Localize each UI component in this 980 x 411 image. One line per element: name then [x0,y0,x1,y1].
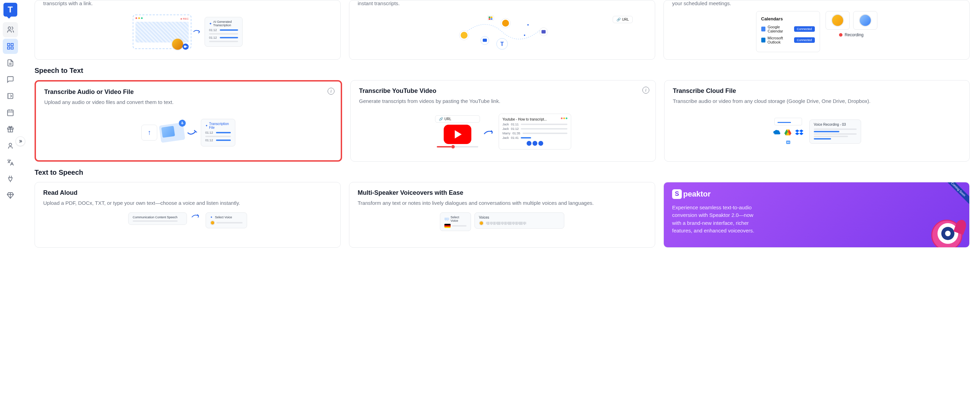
card-desc: transcripts with a link. [43,0,332,6]
svg-rect-4 [11,47,13,49]
card-desc: Generate transcripts from videos by past… [359,97,647,105]
card-desc: Upload any audio or video files and conv… [44,98,332,106]
card-transcribe-file[interactable]: i Transcribe Audio or Video File Upload … [35,80,342,162]
chat-icon [6,76,14,83]
illustration: ⁞|⁞|⁞Select Voice Voices ⁞||⁞|⁞||⁞|||⁞|⁞… [358,213,646,228]
people-icon [6,26,14,33]
calendars-title: Calendars [761,16,815,21]
svg-rect-29 [541,30,546,33]
nav-dashboard[interactable] [3,39,18,54]
card-share-transcripts[interactable]: transcripts with a link. ● REC ✦AI Gener… [35,0,341,60]
flag-de-icon [444,224,450,228]
svg-rect-25 [491,17,492,18]
nav-notes[interactable] [3,89,18,104]
card-desc: Experience seamless text-to-audio conver… [672,204,762,235]
illustration: Communication Content Speech ✦Select Voi… [43,213,332,228]
svg-rect-32 [786,141,790,144]
card-transcribe-cloud[interactable]: Transcribe Cloud File Transcribe audio o… [664,80,970,162]
grid-icon [6,43,14,50]
section-text-to-speech: Text to Speech [35,168,970,176]
svg-point-14 [9,143,11,146]
logo-letter: T [8,5,13,14]
upload-icon: ↑ [142,125,157,141]
svg-point-33 [787,141,788,143]
dropbox-icon [795,129,804,136]
card-title: Read Aloud [43,189,332,197]
nav-rewards[interactable] [3,122,18,137]
svg-rect-27 [491,18,492,20]
card-title: Transcribe Audio or Video File [44,89,332,96]
nav-chat[interactable] [3,72,18,87]
card-title: Multi-Speaker Voiceovers with Ease [358,189,646,197]
svg-point-0 [8,27,10,29]
card-read-aloud[interactable]: Read Aloud Upload a PDF, DOCx, TXT, or t… [35,182,341,248]
illustration: Calendars Google CalendarConnected Micro… [672,11,961,52]
app-logo[interactable]: T [3,3,17,17]
card-instant-transcripts[interactable]: instant transcripts. T [349,0,655,60]
chevron-right-double-icon [18,139,23,144]
svg-rect-7 [7,110,13,116]
svg-point-18 [461,32,468,39]
bot-icon [785,139,792,145]
card-title: Transcribe Cloud File [673,87,961,95]
svg-rect-26 [488,18,490,20]
speaktor-logo: Speaktor [672,189,961,199]
plug-icon [6,175,14,183]
document-icon [6,59,14,67]
svg-point-31 [524,35,525,36]
section-speech-to-text: Speech to Text [35,67,970,75]
nav-calendar[interactable] [3,105,18,120]
youtube-play-icon [444,125,471,144]
calendar-icon [6,109,14,116]
card-transcribe-youtube[interactable]: i Transcribe YouTube Video Generate tran… [350,80,656,162]
card-desc: Transcribe audio or video from any cloud… [673,97,961,105]
notebook-icon [6,92,14,100]
svg-point-30 [527,24,529,25]
expand-sidebar-button[interactable] [16,136,25,146]
nav-people[interactable] [3,22,18,37]
card-desc: Transform any text or notes into lively … [358,199,646,207]
card-title: Transcribe YouTube Video [359,87,647,95]
illustration: Voice Recording - 03 [673,111,961,152]
card-calendar-meetings[interactable]: your scheduled meetings. Calendars Googl… [663,0,970,60]
user-icon [6,142,14,149]
nav-translate[interactable] [3,155,18,170]
illustration: 🔗URL Youtube - How to transcript... Jack… [359,111,647,152]
recording-indicator: Recording [839,32,864,37]
card-multi-speaker[interactable]: Multi-Speaker Voiceovers with Ease Trans… [349,182,655,248]
illustration: T 🔗URL [358,11,646,52]
mascot-icon [921,209,966,247]
card-speaktor[interactable]: Coming Soon Speaktor Experience seamless… [663,182,970,248]
card-desc: instant transcripts. [358,0,646,6]
svg-rect-3 [7,47,10,49]
nav-integrations[interactable] [3,171,18,187]
svg-rect-24 [488,17,490,18]
svg-text:T: T [500,41,504,47]
info-icon[interactable]: i [643,87,649,94]
main-content: transcripts with a link. ● REC ✦AI Gener… [21,0,980,411]
card-desc: Upload a PDF, DOCx, TXT, or type your ow… [43,199,332,207]
sidebar: T [0,0,21,411]
svg-rect-1 [7,43,10,46]
nav-documents[interactable] [3,55,18,70]
nav-premium[interactable] [3,188,18,203]
onedrive-icon [773,130,781,135]
svg-rect-20 [483,39,487,42]
calendars-panel: Calendars Google CalendarConnected Micro… [756,11,820,52]
card-desc: your scheduled meetings. [672,0,961,6]
translate-icon [6,159,14,166]
svg-point-22 [502,20,509,27]
illustration: ↑ ✦Transcription File 01:12 01:12 [44,112,332,153]
gift-icon [6,125,14,133]
gdrive-icon [784,129,792,136]
youtube-transcript: Youtube - How to transcript... Jack01:11… [499,114,571,149]
illustration: ● REC ✦AI Generated Transcription 01:12 … [43,11,332,52]
info-icon[interactable]: i [328,88,334,95]
svg-rect-2 [11,43,13,46]
svg-point-34 [789,141,790,143]
diamond-icon [6,192,14,199]
